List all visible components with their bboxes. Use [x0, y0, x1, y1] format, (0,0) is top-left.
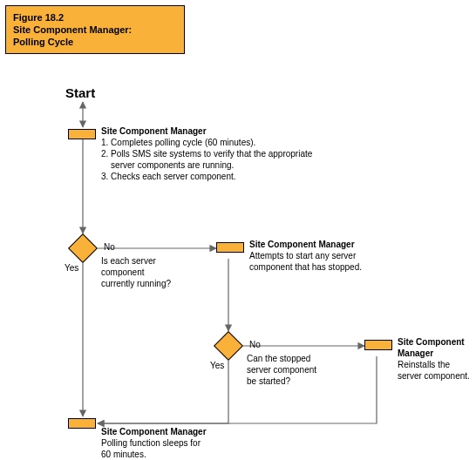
node-start-component-text: Site Component Manager Attempts to start…	[249, 239, 406, 273]
decision-q-line: Can the stopped	[247, 353, 351, 364]
node-reinstall-text: Site Component Manager Reinstalls the se…	[398, 336, 476, 382]
decision2-question: Can the stopped server component be star…	[247, 353, 351, 387]
decision-q-line: be started?	[247, 375, 351, 387]
node-line: server components are running.	[101, 159, 389, 171]
node-sleep	[68, 418, 96, 429]
node-reinstall	[364, 340, 392, 350]
node-line: component that has stopped.	[249, 261, 406, 273]
decision-q-line: server component	[247, 364, 351, 375]
node-line: 60 minutes.	[101, 449, 258, 460]
node-line: Reinstalls the	[398, 359, 476, 370]
flow-connectors	[0, 0, 476, 460]
decision1-yes-label: Yes	[65, 263, 78, 273]
decision1-no-label: No	[104, 242, 115, 252]
node-heading: Site Component Manager	[249, 239, 406, 250]
node-line: Polling function sleeps for	[101, 437, 258, 449]
node-heading: Site Component	[398, 336, 476, 348]
decision2-no-label: No	[249, 340, 261, 349]
node-line: Attempts to start any server	[249, 250, 406, 261]
decision1-question: Is each server component currently runni…	[101, 255, 206, 289]
node-heading: Site Component Manager	[101, 125, 389, 137]
node-line: server component.	[398, 370, 476, 382]
node-heading: Site Component Manager	[101, 426, 258, 437]
node-line: 2. Polls SMS site systems to verify that…	[101, 148, 389, 159]
decision-q-line: component	[101, 267, 206, 278]
node-sleep-text: Site Component Manager Polling function …	[101, 426, 258, 460]
decision-q-line: currently running?	[101, 278, 206, 289]
node-polling-cycle	[68, 129, 96, 139]
decision2-yes-label: Yes	[210, 361, 224, 370]
node-line: 3. Checks each server component.	[101, 171, 389, 182]
node-polling-cycle-text: Site Component Manager 1. Completes poll…	[101, 125, 389, 182]
node-start-component	[216, 242, 244, 253]
decision-q-line: Is each server	[101, 255, 206, 267]
node-heading2: Manager	[398, 348, 476, 359]
node-line: 1. Completes polling cycle (60 minutes).	[101, 137, 389, 148]
